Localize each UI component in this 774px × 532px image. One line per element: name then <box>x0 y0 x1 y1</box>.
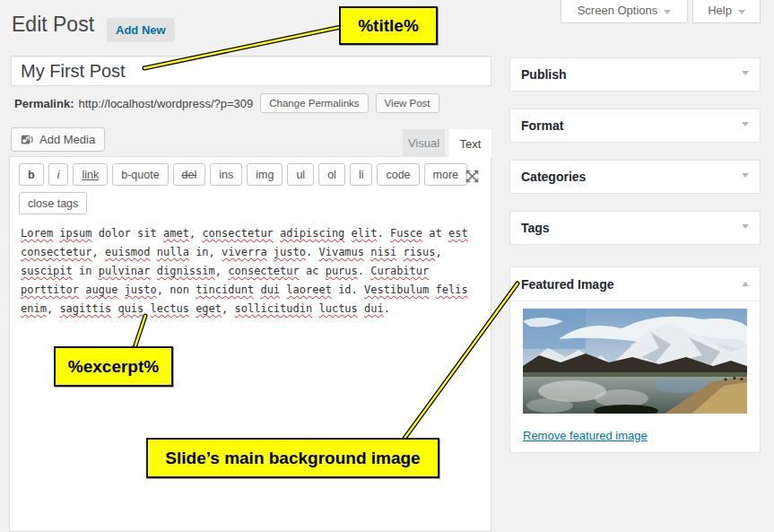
quicktag-li-button[interactable]: li <box>350 163 373 186</box>
quicktag-b-button[interactable]: b <box>19 163 44 186</box>
quicktag-code-button[interactable]: code <box>377 163 419 186</box>
quicktag-closetags-button[interactable]: close tags <box>19 192 87 214</box>
permalink-url: http://localhost/wordpress/?p=309 <box>78 97 253 110</box>
quicktag-link-button[interactable]: link <box>73 163 108 186</box>
panel-tags-title: Tags <box>521 221 550 235</box>
chevron-down-icon <box>742 71 749 75</box>
excerpt-placeholder-callout: %excerpt% <box>54 346 173 387</box>
panel-featured-image-header[interactable]: Featured Image <box>510 267 760 301</box>
quicktag-del-button[interactable]: del <box>173 163 206 186</box>
panel-format: Format <box>509 109 761 143</box>
chevron-up-icon <box>742 282 749 286</box>
help-label: Help <box>708 4 732 17</box>
panel-format-title: Format <box>521 118 563 133</box>
chevron-down-icon <box>742 173 749 178</box>
panel-categories: Categories <box>509 160 761 194</box>
quicktag-ul-button[interactable]: ul <box>287 163 314 186</box>
panel-tags-header[interactable]: Tags <box>510 212 760 244</box>
page-title: Edit Post <box>12 13 94 37</box>
featured-image-thumbnail[interactable] <box>523 309 747 414</box>
post-content-textarea[interactable]: Lorem ipsum dolor sit amet, consectetur … <box>10 224 491 318</box>
view-post-button[interactable]: View Post <box>376 93 439 113</box>
post-title-value: My First Post <box>21 61 126 82</box>
quicktag-ol-button[interactable]: ol <box>318 163 345 186</box>
quicktags-toolbar-row1: b i link b-quote del ins img ul ol li co… <box>19 163 483 186</box>
title-placeholder-callout: %title% <box>339 6 438 45</box>
media-icon <box>21 134 34 146</box>
panel-categories-title: Categories <box>521 170 586 184</box>
quicktag-bquote-button[interactable]: b-quote <box>112 163 168 186</box>
featured-image-callout: Slide’s main background image <box>146 438 439 478</box>
panel-featured-image: Featured Image <box>509 266 761 453</box>
screen-options-button[interactable]: Screen Options <box>561 0 688 23</box>
chevron-down-icon <box>742 224 749 229</box>
quicktag-ins-button[interactable]: ins <box>210 163 242 186</box>
add-media-button[interactable]: Add Media <box>11 127 105 152</box>
tab-visual[interactable]: Visual <box>403 129 445 156</box>
panel-publish-header[interactable]: Publish <box>510 58 760 91</box>
panel-featured-image-title: Featured Image <box>521 277 613 292</box>
change-permalinks-button[interactable]: Change Permalinks <box>260 93 368 113</box>
remove-featured-image-link[interactable]: Remove featured image <box>523 429 648 442</box>
editor-content-line: Lorem ipsum dolor sit amet, consectetur … <box>21 224 480 243</box>
chevron-down-icon <box>742 122 749 126</box>
panel-publish: Publish <box>509 57 761 92</box>
permalink-row: Permalink: http://localhost/wordpress/?p… <box>14 93 439 113</box>
panel-publish-title: Publish <box>521 67 567 82</box>
editor-content-line: porttitor augue justo, non tincidunt dui… <box>21 281 480 300</box>
editor-content-line: suscipit in pulvinar dignissim, consecte… <box>21 262 480 281</box>
panel-format-header[interactable]: Format <box>510 109 760 142</box>
chevron-down-icon <box>738 10 745 14</box>
panel-categories-header[interactable]: Categories <box>510 161 760 193</box>
add-media-label: Add Media <box>39 133 95 146</box>
fullscreen-expand-icon[interactable] <box>465 169 480 184</box>
editor-content-line: enim, sagittis quis lectus eget, sollici… <box>21 300 480 318</box>
editor-content-line: consectetur, euismod nulla in, viverra j… <box>21 243 480 262</box>
wordpress-edit-post-screen: Screen Options Help Edit Post Add New My… <box>0 0 774 532</box>
quicktags-toolbar-row2: close tags <box>19 192 483 214</box>
help-button[interactable]: Help <box>692 0 761 23</box>
quicktag-img-button[interactable]: img <box>247 163 283 186</box>
add-new-button[interactable]: Add New <box>107 18 175 42</box>
permalink-label: Permalink: <box>14 97 74 110</box>
post-title-input[interactable]: My First Post <box>11 56 491 86</box>
chevron-down-icon <box>664 10 671 14</box>
tab-text[interactable]: Text <box>449 129 491 158</box>
featured-image-body: Remove featured image <box>510 301 760 443</box>
screen-options-label: Screen Options <box>578 4 658 17</box>
quicktag-more-button[interactable]: more <box>424 163 467 186</box>
panel-tags: Tags <box>509 211 761 245</box>
quicktag-i-button[interactable]: i <box>48 163 69 186</box>
